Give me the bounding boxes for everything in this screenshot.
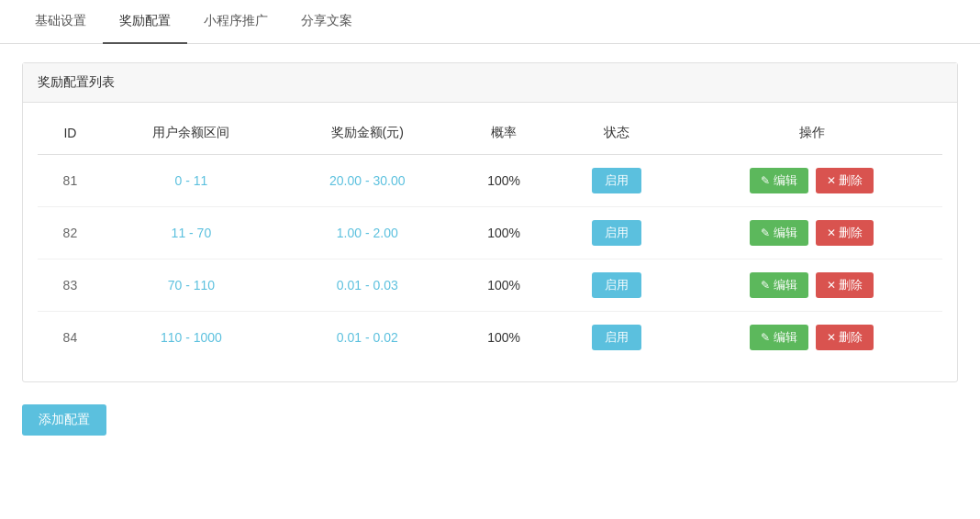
page-container: 基础设置 奖励配置 小程序推广 分享文案 奖励配置列表 ID 用户余额区间 奖励… bbox=[0, 0, 980, 519]
cell-range: 11 - 70 bbox=[103, 207, 280, 260]
table-row: 84110 - 10000.01 - 0.02100%启用✎ 编辑✕ 删除 bbox=[38, 312, 942, 364]
main-content: 奖励配置列表 ID 用户余额区间 奖励金额(元) 概率 状态 操作 bbox=[0, 44, 980, 454]
cell-range: 70 - 110 bbox=[103, 260, 280, 312]
enable-button[interactable]: 启用 bbox=[592, 220, 641, 246]
enable-button[interactable]: 启用 bbox=[592, 168, 641, 193]
cell-id: 83 bbox=[38, 260, 103, 312]
tab-share[interactable]: 分享文案 bbox=[284, 0, 369, 44]
edit-button[interactable]: ✎ 编辑 bbox=[750, 168, 808, 193]
cell-amount: 20.00 - 30.00 bbox=[280, 155, 455, 207]
edit-button[interactable]: ✎ 编辑 bbox=[750, 325, 808, 350]
enable-button[interactable]: 启用 bbox=[592, 325, 641, 350]
cell-percent: 100% bbox=[455, 260, 553, 312]
cell-status: 启用 bbox=[553, 207, 682, 260]
cell-percent: 100% bbox=[455, 207, 553, 260]
tab-miniapp[interactable]: 小程序推广 bbox=[187, 0, 284, 44]
reward-config-card: 奖励配置列表 ID 用户余额区间 奖励金额(元) 概率 状态 操作 bbox=[22, 62, 958, 382]
cell-amount: 1.00 - 2.00 bbox=[280, 207, 455, 260]
cell-percent: 100% bbox=[455, 312, 553, 364]
cell-status: 启用 bbox=[553, 155, 682, 207]
cell-amount: 0.01 - 0.02 bbox=[280, 312, 455, 364]
col-id: ID bbox=[38, 112, 103, 155]
cell-percent: 100% bbox=[455, 155, 553, 207]
cell-action: ✎ 编辑✕ 删除 bbox=[681, 260, 942, 312]
col-percent: 概率 bbox=[455, 112, 553, 155]
delete-button[interactable]: ✕ 删除 bbox=[816, 220, 874, 246]
card-body: ID 用户余额区间 奖励金额(元) 概率 状态 操作 810 - 1120.00… bbox=[23, 103, 957, 381]
cell-range: 0 - 11 bbox=[103, 155, 280, 207]
table-header-row: ID 用户余额区间 奖励金额(元) 概率 状态 操作 bbox=[38, 112, 942, 155]
tab-basic[interactable]: 基础设置 bbox=[18, 0, 103, 44]
cell-action: ✎ 编辑✕ 删除 bbox=[681, 207, 942, 260]
table-row: 810 - 1120.00 - 30.00100%启用✎ 编辑✕ 删除 bbox=[38, 155, 942, 207]
cell-status: 启用 bbox=[553, 312, 682, 364]
card-header: 奖励配置列表 bbox=[23, 63, 957, 103]
config-table: ID 用户余额区间 奖励金额(元) 概率 状态 操作 810 - 1120.00… bbox=[38, 112, 942, 363]
cell-amount: 0.01 - 0.03 bbox=[280, 260, 455, 312]
delete-button[interactable]: ✕ 删除 bbox=[816, 272, 874, 298]
cell-id: 81 bbox=[38, 155, 103, 207]
col-status: 状态 bbox=[553, 112, 682, 155]
edit-button[interactable]: ✎ 编辑 bbox=[750, 272, 808, 298]
cell-action: ✎ 编辑✕ 删除 bbox=[681, 312, 942, 364]
cell-action: ✎ 编辑✕ 删除 bbox=[681, 155, 942, 207]
add-config-button[interactable]: 添加配置 bbox=[22, 404, 106, 436]
col-action: 操作 bbox=[681, 112, 942, 155]
table-row: 8370 - 1100.01 - 0.03100%启用✎ 编辑✕ 删除 bbox=[38, 260, 942, 312]
col-range: 用户余额区间 bbox=[103, 112, 280, 155]
cell-id: 84 bbox=[38, 312, 103, 364]
delete-button[interactable]: ✕ 删除 bbox=[816, 168, 874, 193]
tabs-bar: 基础设置 奖励配置 小程序推广 分享文案 bbox=[0, 0, 980, 44]
cell-id: 82 bbox=[38, 207, 103, 260]
cell-range: 110 - 1000 bbox=[103, 312, 280, 364]
delete-button[interactable]: ✕ 删除 bbox=[816, 325, 874, 350]
cell-status: 启用 bbox=[553, 260, 682, 312]
edit-button[interactable]: ✎ 编辑 bbox=[750, 220, 808, 246]
table-row: 8211 - 701.00 - 2.00100%启用✎ 编辑✕ 删除 bbox=[38, 207, 942, 260]
tab-reward[interactable]: 奖励配置 bbox=[103, 0, 187, 44]
enable-button[interactable]: 启用 bbox=[592, 272, 641, 298]
col-amount: 奖励金额(元) bbox=[280, 112, 455, 155]
card-title: 奖励配置列表 bbox=[38, 74, 115, 89]
